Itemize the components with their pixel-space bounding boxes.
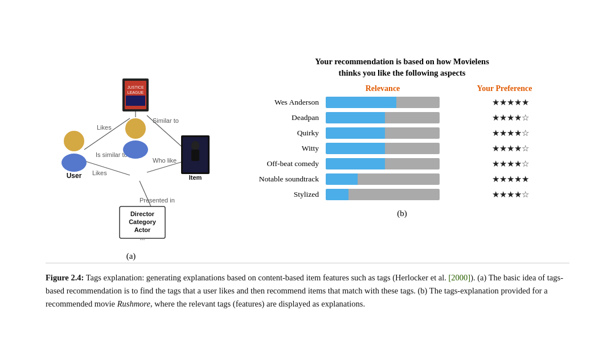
bar-fill	[326, 173, 358, 185]
svg-line-1	[84, 161, 130, 175]
svg-text:Who like: Who like	[153, 157, 177, 164]
svg-text:LEAGUE: LEAGUE	[128, 90, 144, 94]
svg-text:Item: Item	[189, 174, 202, 181]
bar-fill	[326, 127, 385, 139]
svg-rect-18	[126, 96, 145, 106]
star-rating: ★★★★☆	[440, 159, 569, 169]
svg-text:Is similar to: Is similar to	[96, 151, 128, 158]
bar-fill	[326, 158, 385, 169]
subfig-label-b: (b)	[235, 209, 569, 218]
svg-text:Presented in: Presented in	[140, 197, 175, 204]
b-title: Your recommendation is based on how Movi…	[235, 56, 569, 79]
svg-text:Likes: Likes	[92, 169, 107, 176]
bar-label: Quirky	[235, 129, 326, 138]
star-rating: ★★★★★	[440, 97, 569, 107]
svg-point-21	[123, 140, 148, 159]
bar-fill	[326, 97, 396, 108]
bar-row: Notable soundtrack★★★★★	[235, 173, 569, 185]
b-rows: Wes Anderson★★★★★Deadpan★★★★☆Quirky★★★★☆…	[235, 97, 569, 204]
figure-panel: Likes Likes Is similar to Similar to Who…	[46, 56, 569, 249]
star-rating: ★★★★☆	[440, 189, 569, 200]
preference-header: Your Preference	[440, 84, 569, 93]
svg-text:Similar to: Similar to	[153, 117, 179, 124]
star-rating: ★★★★☆	[440, 143, 569, 154]
svg-text:Category: Category	[129, 218, 157, 225]
bar-container	[326, 189, 440, 200]
svg-rect-25	[191, 150, 199, 161]
subfig-label-a: (a)	[46, 251, 216, 261]
bar-fill	[326, 189, 348, 200]
fig-number: Figure 2.4:	[46, 273, 84, 282]
bar-label: Notable soundtrack	[235, 175, 326, 184]
svg-text:Likes: Likes	[97, 124, 112, 131]
italic-title: Rushmore	[117, 299, 150, 308]
b-header-row: Relevance Your Preference	[235, 84, 569, 93]
figure-caption: Figure 2.4: Tags explanation: generating…	[46, 263, 569, 311]
bar-row: Deadpan★★★★☆	[235, 112, 569, 123]
bar-label: Witty	[235, 144, 326, 153]
star-rating: ★★★★☆	[440, 113, 569, 123]
bar-container	[326, 143, 440, 154]
bar-row: Stylized★★★★☆	[235, 189, 569, 200]
svg-text:User: User	[67, 172, 82, 180]
bar-label: Stylized	[235, 190, 326, 199]
diagram-a: Likes Likes Is similar to Similar to Who…	[46, 56, 216, 249]
svg-point-24	[191, 141, 199, 150]
bar-container	[326, 112, 440, 123]
svg-text:JUSTICE: JUSTICE	[127, 85, 144, 89]
relevance-header: Relevance	[326, 84, 440, 93]
bar-container	[326, 97, 440, 108]
bar-row: Quirky★★★★☆	[235, 127, 569, 139]
caption-text: Tags explanation: generating explanation…	[46, 273, 563, 308]
svg-line-0	[84, 118, 130, 150]
bar-label: Wes Anderson	[235, 98, 326, 107]
bar-container	[326, 158, 440, 169]
bar-row: Witty★★★★☆	[235, 143, 569, 154]
svg-point-11	[64, 131, 84, 151]
diagram-b: Your recommendation is based on how Movi…	[235, 56, 569, 219]
bar-row: Off-beat comedy★★★★☆	[235, 158, 569, 169]
bar-label: Off-beat comedy	[235, 159, 326, 168]
bar-container	[326, 127, 440, 139]
svg-point-20	[125, 118, 146, 139]
svg-text:Actor: Actor	[134, 226, 151, 233]
bar-label: Deadpan	[235, 113, 326, 122]
bar-container	[326, 173, 440, 185]
star-rating: ★★★★☆	[440, 128, 569, 138]
bar-fill	[326, 143, 385, 154]
bar-row: Wes Anderson★★★★★	[235, 97, 569, 108]
svg-point-12	[62, 154, 87, 172]
page-container: Likes Likes Is similar to Similar to Who…	[34, 42, 581, 322]
star-rating: ★★★★★	[440, 174, 569, 184]
diagram-svg: Likes Likes Is similar to Similar to Who…	[46, 56, 216, 249]
svg-text:Director: Director	[130, 210, 155, 217]
svg-text:...: ...	[140, 234, 145, 241]
bar-fill	[326, 112, 385, 123]
